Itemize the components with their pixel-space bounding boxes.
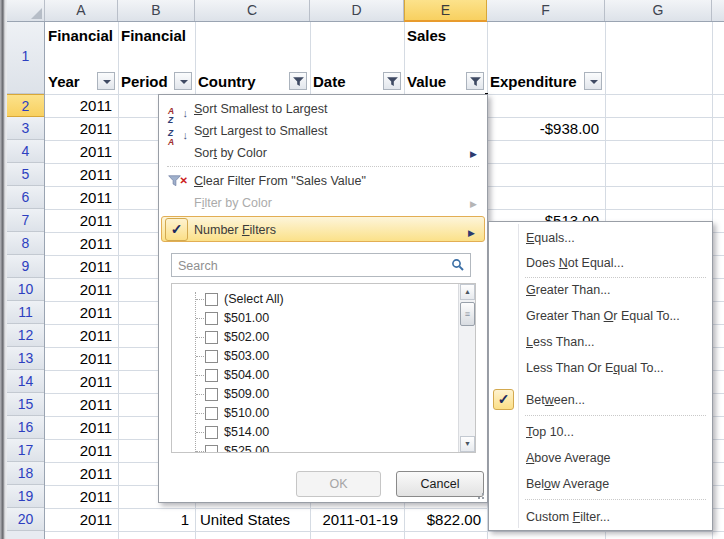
row-header-4[interactable]: 4 [7,140,44,163]
row-header-10[interactable]: 10 [7,278,44,301]
cell-a11[interactable]: 2011 [45,301,118,324]
checkbox[interactable] [205,312,218,325]
column-header-g[interactable]: G [605,0,712,21]
cell-a4[interactable]: 2011 [45,140,118,163]
menu-item-sort-by-color[interactable]: Sort by Color ▶ [160,142,486,164]
checkbox[interactable] [205,369,218,382]
submenu-item-equals[interactable]: Equals... [490,227,711,249]
cell-a13[interactable]: 2011 [45,347,118,370]
header-cell-financial-year[interactable]: Financial Year [45,22,118,94]
submenu-item-custom-filter[interactable]: Custom Filter... [490,506,711,528]
search-input[interactable] [176,256,450,276]
menu-item-sort-smallest-to-largest[interactable]: AZ↓ Sort Smallest to Largest [160,98,486,120]
row-header-17[interactable]: 17 [7,439,44,462]
checkbox[interactable] [205,445,218,453]
filter-dropdown-button-year[interactable] [97,72,115,90]
select-all-corner[interactable] [7,0,45,21]
list-scrollbar[interactable]: ▲ ≡ ▼ [458,284,475,452]
cell-a7[interactable]: 2011 [45,209,118,232]
cell-a2[interactable]: 2011 [45,94,118,117]
list-item[interactable]: $525.00 [172,442,457,453]
submenu-item-less-than[interactable]: Less Than... [490,331,711,353]
submenu-item-greater-than[interactable]: Greater Than... [490,279,711,301]
filter-dropdown-button-expenditure[interactable] [584,72,602,90]
cell-b20[interactable]: 1 [118,508,195,531]
cell-e20[interactable]: $822.00 [404,508,487,531]
cell-a16[interactable]: 2011 [45,416,118,439]
header-cell-sales-value[interactable]: Sales Value [404,22,487,94]
row-header-5[interactable]: 5 [7,163,44,186]
cell-d20[interactable]: 2011-01-19 [310,508,404,531]
ok-button[interactable]: OK [296,471,381,497]
submenu-item-greater-than-or-equal[interactable]: Greater Than Or Equal To... [490,305,711,327]
list-item-select-all[interactable]: (Select All) [172,290,457,309]
scroll-thumb[interactable]: ≡ [460,302,475,326]
column-header-a[interactable]: A [45,0,118,21]
resize-grip[interactable] [475,490,484,499]
row-header-7[interactable]: 7 [7,209,44,232]
row-header-20[interactable]: 20 [7,508,44,531]
row-header-18[interactable]: 18 [7,462,44,485]
submenu-item-below-average[interactable]: Below Average [490,473,711,495]
cell-a6[interactable]: 2011 [45,186,118,209]
row-header-1[interactable]: 1 [7,22,44,94]
list-item[interactable]: $509.00 [172,385,457,404]
header-cell-date[interactable]: Date [310,22,404,94]
row-header-9[interactable]: 9 [7,255,44,278]
list-item[interactable]: $503.00 [172,347,457,366]
scroll-up-button[interactable]: ▲ [460,284,475,300]
menu-item-number-filters[interactable]: ✓ Number Filters ▶ [161,216,485,242]
row-header-12[interactable]: 12 [7,324,44,347]
row-header-14[interactable]: 14 [7,370,44,393]
list-item[interactable]: $501.00 [172,309,457,328]
checkbox[interactable] [205,293,218,306]
row-header-8[interactable]: 8 [7,232,44,255]
column-header-b[interactable]: B [118,0,195,21]
cell-a9[interactable]: 2011 [45,255,118,278]
filter-dropdown-button-sales-value[interactable] [466,72,484,90]
checkbox[interactable] [205,350,218,363]
filter-dropdown-button-period[interactable] [174,72,192,90]
cancel-button[interactable]: Cancel [396,471,484,497]
row-header-6[interactable]: 6 [7,186,44,209]
cell-c20[interactable]: United States [195,508,310,531]
filter-dropdown-button-country[interactable] [289,72,307,90]
header-cell-financial-period[interactable]: Financial Period [118,22,195,94]
checkbox[interactable] [205,331,218,344]
cell-a18[interactable]: 2011 [45,462,118,485]
row-header-19[interactable]: 19 [7,485,44,508]
menu-item-clear-filter[interactable]: ✕ Clear Filter From "Sales Value" [160,170,486,192]
list-item[interactable]: $502.00 [172,328,457,347]
list-item[interactable]: $510.00 [172,404,457,423]
checkbox[interactable] [205,407,218,420]
submenu-item-top-10[interactable]: Top 10... [490,421,711,443]
cell-f3[interactable]: -$938.00 [487,117,605,140]
filter-dropdown-button-date[interactable] [383,72,401,90]
cell-a20[interactable]: 2011 [45,508,118,531]
menu-item-sort-largest-to-smallest[interactable]: ZA↓ Sort Largest to Smallest [160,120,486,142]
cell-a12[interactable]: 2011 [45,324,118,347]
checkbox[interactable] [205,388,218,401]
cell-a14[interactable]: 2011 [45,370,118,393]
cell-a3[interactable]: 2011 [45,117,118,140]
scroll-down-button[interactable]: ▼ [460,436,475,452]
checkbox[interactable] [205,426,218,439]
cell-a8[interactable]: 2011 [45,232,118,255]
column-header-e-selected[interactable]: E [404,0,487,22]
column-header-d[interactable]: D [310,0,404,21]
row-header-13[interactable]: 13 [7,347,44,370]
cell-a15[interactable]: 2011 [45,393,118,416]
list-item[interactable]: $504.00 [172,366,457,385]
submenu-item-does-not-equal[interactable]: Does Not Equal... [490,252,711,274]
list-item[interactable]: $514.00 [172,423,457,442]
row-header-16[interactable]: 16 [7,416,44,439]
menu-item-filter-by-color[interactable]: Filter by Color ▶ [160,192,486,214]
column-header-f[interactable]: F [487,0,605,21]
row-header-15[interactable]: 15 [7,393,44,416]
cell-a10[interactable]: 2011 [45,278,118,301]
row-header-11[interactable]: 11 [7,301,44,324]
submenu-item-less-than-or-equal[interactable]: Less Than Or Equal To... [490,357,711,379]
cell-a5[interactable]: 2011 [45,163,118,186]
submenu-item-above-average[interactable]: Above Average [490,447,711,469]
column-header-c[interactable]: C [195,0,310,21]
